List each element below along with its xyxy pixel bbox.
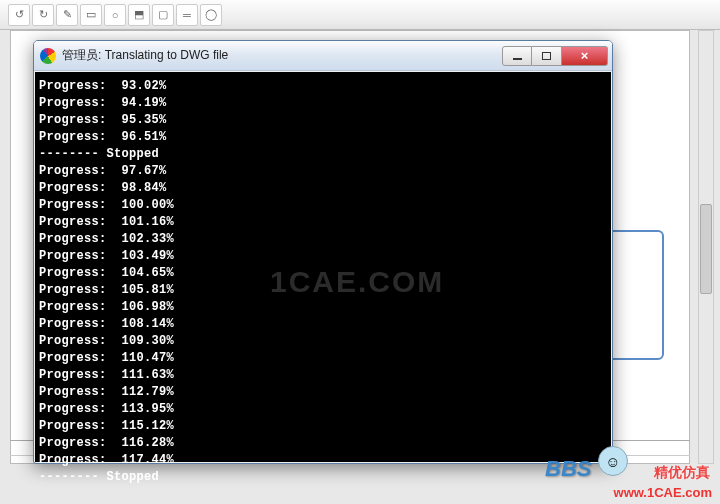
toolbar-button[interactable]: ↺: [8, 4, 30, 26]
toolbar-button[interactable]: ⬒: [128, 4, 150, 26]
toolbar-button[interactable]: ▭: [80, 4, 102, 26]
toolbar-button[interactable]: ◯: [200, 4, 222, 26]
toolbar-button[interactable]: ▢: [152, 4, 174, 26]
toolbar-button[interactable]: ○: [104, 4, 126, 26]
watermark-site-cn: 精优仿真: [654, 464, 710, 482]
console-window: 管理员: Translating to DWG file × Progress:…: [33, 40, 613, 464]
minimize-button[interactable]: [502, 46, 532, 66]
watermark-face-icon: ☺: [598, 446, 628, 476]
console-output: Progress: 93.02% Progress: 94.19% Progre…: [35, 72, 611, 462]
maximize-button[interactable]: [532, 46, 562, 66]
maximize-icon: [542, 52, 551, 60]
watermark-bbs: BBS: [545, 456, 591, 482]
scrollbar-thumb[interactable]: [700, 204, 712, 294]
background-scrollbar[interactable]: [698, 30, 714, 464]
background-selected-shape: [604, 230, 664, 360]
titlebar[interactable]: 管理员: Translating to DWG file ×: [34, 41, 612, 71]
window-buttons: ×: [502, 46, 608, 66]
toolbar-button[interactable]: ↻: [32, 4, 54, 26]
watermark-site-url: www.1CAE.com: [614, 485, 712, 500]
app-icon: [40, 48, 56, 64]
close-button[interactable]: ×: [562, 46, 608, 66]
toolbar-button[interactable]: ═: [176, 4, 198, 26]
minimize-icon: [513, 58, 522, 60]
window-title: 管理员: Translating to DWG file: [62, 47, 228, 64]
toolbar-button[interactable]: ✎: [56, 4, 78, 26]
close-icon: ×: [581, 49, 589, 62]
background-toolbar: ↺ ↻ ✎ ▭ ○ ⬒ ▢ ═ ◯: [0, 0, 720, 30]
